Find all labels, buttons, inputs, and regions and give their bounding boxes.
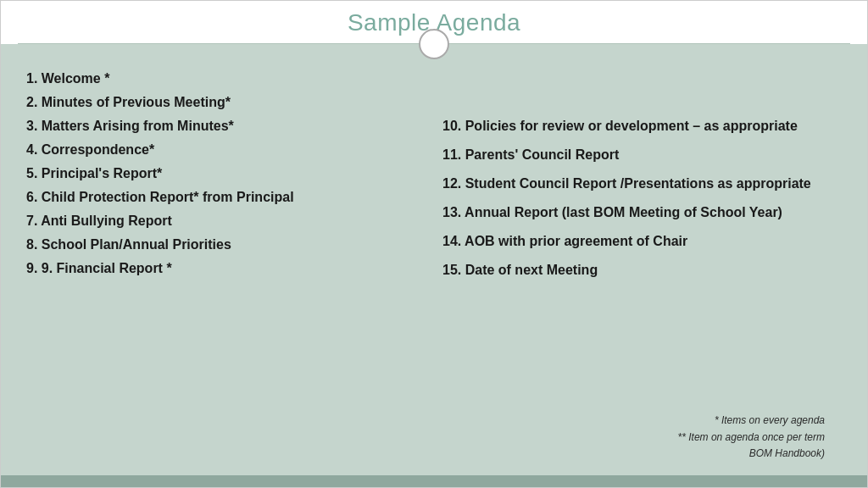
circle-connector xyxy=(419,29,449,59)
left-item-8: 8. School Plan/Annual Priorities xyxy=(26,234,426,256)
right-item-2: 11. Parents' Council Report xyxy=(442,143,842,167)
left-item-6: 6. Child Protection Report* from Princip… xyxy=(26,186,426,208)
left-item-9: 9. 9. Financial Report * xyxy=(26,258,426,280)
footer-line2: ** Item on agenda once per term xyxy=(442,430,825,446)
left-item-1: 1. Welcome * xyxy=(26,68,426,90)
right-item-1: 10. Policies for review or development –… xyxy=(442,114,842,138)
right-item-6: 15. Date of next Meeting xyxy=(442,258,842,282)
left-item-5: 5. Principal's Report* xyxy=(26,163,426,185)
header-area: Sample Agenda xyxy=(1,1,867,44)
left-item-4: 4. Correspondence* xyxy=(26,139,426,161)
content-area: 1. Welcome *2. Minutes of Previous Meeti… xyxy=(1,44,867,475)
left-item-7: 7. Anti Bullying Report xyxy=(26,210,426,232)
right-item-5: 14. AOB with prior agreement of Chair xyxy=(442,230,842,253)
right-item-3: 12. Student Council Report /Presentation… xyxy=(442,172,842,196)
bottom-bar xyxy=(1,475,867,487)
left-column: 1. Welcome *2. Minutes of Previous Meeti… xyxy=(26,68,426,462)
slide-container: Sample Agenda 1. Welcome *2. Minutes of … xyxy=(0,0,868,488)
footer-line1: * Items on every agenda xyxy=(442,413,825,429)
footer-notes: * Items on every agenda ** Item on agend… xyxy=(442,413,842,462)
left-item-2: 2. Minutes of Previous Meeting* xyxy=(26,92,426,114)
right-item-4: 13. Annual Report (last BOM Meeting of S… xyxy=(442,201,842,225)
footer-line3: BOM Handbook) xyxy=(442,446,825,462)
right-column: 10. Policies for review or development –… xyxy=(442,68,842,462)
left-item-3: 3. Matters Arising from Minutes* xyxy=(26,115,426,137)
